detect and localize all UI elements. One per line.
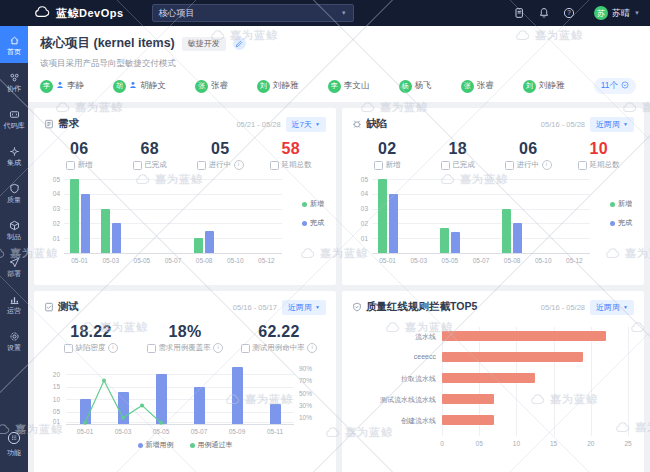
member: 张张睿 xyxy=(461,80,494,93)
info-icon[interactable]: i xyxy=(234,160,244,170)
sidebar-item-integration[interactable]: 集成 xyxy=(0,137,28,174)
range-select[interactable]: 近两周 ▼ xyxy=(590,300,634,315)
stat-label-text: 新增 xyxy=(386,160,401,170)
bar-label: 测试流水线流水线 xyxy=(352,395,436,405)
sidebar-item-label: 运营 xyxy=(7,307,21,314)
edit-button[interactable] xyxy=(233,37,246,50)
member-name: 胡静文 xyxy=(140,80,166,92)
legend-item-新增用例[interactable]: 新增用例 xyxy=(138,440,174,450)
bar-完成 xyxy=(451,232,460,253)
sidebar-item-home[interactable]: 首页 xyxy=(0,26,28,63)
stat-value: 18% xyxy=(138,323,232,341)
stat-label-text: 已完成 xyxy=(144,160,167,170)
legend-item-完成[interactable]: 完成 xyxy=(302,218,324,228)
sidebar-item-quality[interactable]: 质量 xyxy=(0,174,28,211)
gridline xyxy=(64,238,282,239)
member: 张张睿 xyxy=(195,80,228,93)
vgridline xyxy=(554,327,555,436)
range-select[interactable]: 近7天 ▼ xyxy=(286,117,326,132)
requirements-chart: 010203040505-0105-0305-0505-0705-0805-10… xyxy=(44,175,326,273)
user-menu[interactable]: 苏 苏晴 ▼ xyxy=(594,6,640,20)
sidebar-item-artifact[interactable]: 制品 xyxy=(0,211,28,248)
sidebar-item-deploy[interactable]: 部署 xyxy=(0,248,28,285)
info-icon[interactable]: i xyxy=(542,160,552,170)
sidebar-item-operation[interactable]: 运营 xyxy=(0,285,28,322)
x-axis-tick: 05-08 xyxy=(192,257,216,264)
legend-label: 新增 xyxy=(618,199,632,209)
info-icon[interactable]: i xyxy=(213,343,223,353)
range-select[interactable]: 近两周 ▼ xyxy=(590,117,634,132)
gridline xyxy=(372,179,590,180)
y-axis-tick: 03 xyxy=(44,205,60,212)
stat-label: 延期总数 xyxy=(564,160,635,170)
help-icon[interactable]: ? xyxy=(561,6,576,21)
legend-item-新增[interactable]: 新增 xyxy=(610,199,632,209)
bar-5 xyxy=(442,415,494,425)
stat: 10延期总数 xyxy=(564,140,635,170)
sidebar-item-label: 代码库 xyxy=(4,122,25,129)
stat-label-text: 已完成 xyxy=(452,160,475,170)
test-stats: 18.22缺陷密度i18%需求用例覆盖率i62.22测试用例命中率i xyxy=(44,323,326,353)
info-icon[interactable]: i xyxy=(108,343,118,353)
more-members-badge[interactable]: 11个 xyxy=(594,78,636,94)
right-axis-tick: 30% xyxy=(299,402,312,409)
stat-label-text: 延期总数 xyxy=(282,160,312,170)
chart-legend: 新增完成 xyxy=(302,199,324,228)
bar-完成 xyxy=(112,223,121,253)
member-name: 杨飞 xyxy=(415,80,432,92)
apps-grid-icon xyxy=(7,431,21,446)
x-axis-tick: 05-03 xyxy=(111,428,135,435)
stat: 62.22测试用例命中率i xyxy=(232,323,326,353)
document-icon[interactable] xyxy=(511,6,526,21)
sidebar-item-code-repo[interactable]: 代码库 xyxy=(0,100,28,137)
legend-item-新增[interactable]: 新增 xyxy=(302,199,324,209)
dashboard-cards: 需求 05/21 - 05/28 近7天 ▼ 06新增68已完成05进行中i58… xyxy=(28,102,650,472)
x-axis-tick: 05-11 xyxy=(263,428,287,435)
info-icon[interactable]: i xyxy=(307,343,317,353)
bar-完成 xyxy=(389,194,398,253)
stat-value: 10 xyxy=(564,140,635,158)
avatar: 李 xyxy=(40,80,53,93)
vgridline xyxy=(628,327,629,436)
x-axis-tick: 05-10 xyxy=(531,257,555,264)
main-content: 核心项目 (kernel items) 敏捷开发 该项目采用产品导向型敏捷交付模… xyxy=(28,26,650,472)
stat-mini-icon xyxy=(270,161,279,170)
bar-1 xyxy=(442,331,606,341)
stat-mini-icon xyxy=(147,344,156,353)
chevron-down-icon: ▼ xyxy=(341,10,347,16)
chevron-down-icon: ▼ xyxy=(315,304,320,310)
sidebar-functions-button[interactable]: 功能 xyxy=(7,431,21,458)
range-select[interactable]: 近两周 ▼ xyxy=(282,300,326,315)
legend-label: 新增用例 xyxy=(146,440,174,450)
bar-label: ceeecc xyxy=(352,353,436,360)
y-axis-tick: 04 xyxy=(44,190,60,197)
cloud-logo-icon xyxy=(34,4,51,22)
x-axis-tick: 05-01 xyxy=(376,257,400,264)
project-select[interactable]: 核心项目 ▼ xyxy=(152,4,354,22)
stat-value: 18 xyxy=(423,140,494,158)
legend-dot xyxy=(302,202,307,207)
legend-item-完成[interactable]: 完成 xyxy=(610,218,632,228)
bar-2 xyxy=(442,352,583,362)
bar-新增 xyxy=(378,179,387,253)
member-name: 李静 xyxy=(67,80,84,92)
y-axis-tick: 02 xyxy=(352,220,368,227)
project-description: 该项目采用产品导向型敏捷交付模式 xyxy=(40,58,638,70)
chart-legend: 新增用例用例通过率 xyxy=(44,440,326,450)
bar-新增 xyxy=(440,228,449,253)
x-axis-line xyxy=(372,253,590,254)
sidebar-item-label: 首页 xyxy=(7,48,21,55)
chevron-down-icon: ▼ xyxy=(315,121,320,127)
legend-item-用例通过率[interactable]: 用例通过率 xyxy=(190,440,233,450)
chevron-down-icon: ▼ xyxy=(623,304,628,310)
legend-label: 用例通过率 xyxy=(198,440,233,450)
sidebar-item-collaboration[interactable]: 协作 xyxy=(0,63,28,100)
sidebar-item-settings[interactable]: 设置 xyxy=(0,322,28,359)
card-title: 测试 xyxy=(58,300,79,314)
stat-label: 已完成 xyxy=(115,160,186,170)
bell-icon[interactable] xyxy=(536,6,551,21)
pass-rate-line xyxy=(44,358,294,426)
x-axis-tick: 05-07 xyxy=(161,257,185,264)
avatar: 李 xyxy=(328,80,341,93)
date-range: 05/21 - 05/28 xyxy=(236,120,280,129)
